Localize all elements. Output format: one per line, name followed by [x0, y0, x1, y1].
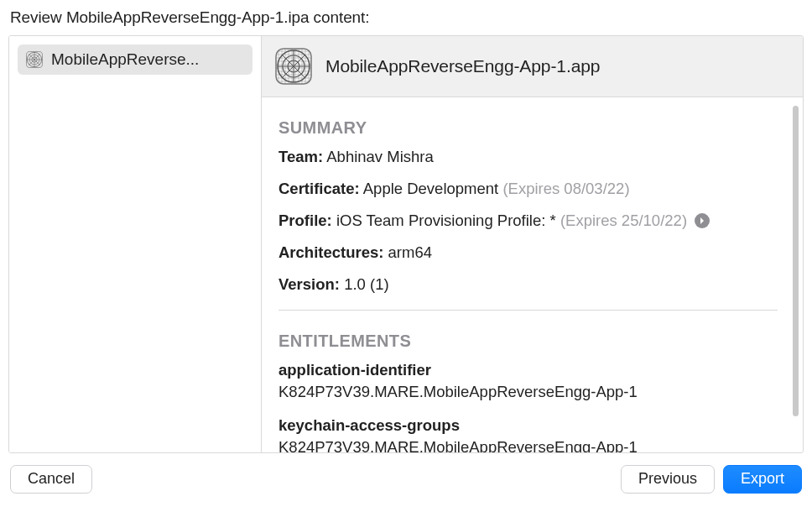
app-blueprint-icon: [275, 48, 312, 85]
footer-button-bar: Cancel Previous Export: [8, 453, 804, 494]
app-blueprint-icon: [26, 51, 43, 68]
summary-version-row: Version: 1.0 (1): [278, 274, 778, 295]
version-label: Version:: [278, 275, 340, 293]
summary-heading: SUMMARY: [278, 116, 778, 139]
profile-label: Profile:: [278, 212, 332, 229]
previous-button[interactable]: Previous: [621, 465, 715, 494]
entitlement-value: K824P73V39.MARE.MobileAppReverseEngg-App…: [278, 381, 778, 403]
entitlement-key: application-identifier: [278, 359, 778, 381]
version-value: 1.0 (1): [344, 275, 388, 293]
architectures-value: arm64: [388, 243, 432, 261]
content-frame: MobileAppReverse... MobileAppReverseEngg…: [8, 35, 804, 453]
entitlements-heading: ENTITLEMENTS: [278, 329, 778, 353]
app-header: MobileAppReverseEngg-App-1.app: [262, 36, 803, 97]
vertical-scrollbar[interactable]: [793, 106, 799, 416]
main-area: MobileAppReverseEngg-App-1.app SUMMARY T…: [261, 36, 803, 452]
summary-profile-row: Profile: iOS Team Provisioning Profile: …: [278, 210, 778, 232]
export-button[interactable]: Export: [723, 465, 802, 494]
app-name-title: MobileAppReverseEngg-App-1.app: [325, 56, 600, 76]
team-value: Abhinav Mishra: [326, 148, 434, 165]
entitlement-item: application-identifier K824P73V39.MARE.M…: [278, 359, 778, 403]
cancel-button[interactable]: Cancel: [10, 465, 92, 494]
sidebar-item-app[interactable]: MobileAppReverse...: [18, 44, 252, 75]
sidebar: MobileAppReverse...: [9, 36, 261, 452]
team-label: Team:: [278, 148, 323, 165]
architectures-label: Architectures:: [278, 243, 383, 261]
profile-value: iOS Team Provisioning Profile: *: [336, 212, 556, 229]
summary-architectures-row: Architectures: arm64: [278, 242, 778, 264]
profile-expiry: (Expires 25/10/22): [560, 212, 687, 229]
details-scroll-area: SUMMARY Team: Abhinav Mishra Certificate…: [262, 97, 803, 452]
entitlement-item: keychain-access-groups K824P73V39.MARE.M…: [278, 415, 778, 452]
sidebar-item-label: MobileAppReverse...: [51, 50, 199, 69]
entitlement-value: K824P73V39.MARE.MobileAppReverseEngg-App…: [278, 436, 778, 452]
certificate-value: Apple Development: [363, 180, 498, 197]
certificate-expiry: (Expires 08/03/22): [502, 180, 629, 197]
summary-certificate-row: Certificate: Apple Development (Expires …: [278, 178, 778, 200]
details-content: SUMMARY Team: Abhinav Mishra Certificate…: [262, 97, 803, 452]
profile-details-arrow-icon[interactable]: [695, 213, 710, 228]
certificate-label: Certificate:: [278, 180, 360, 197]
section-divider: [278, 310, 778, 311]
window-title: Review MobileAppReverseEngg-App-1.ipa co…: [8, 8, 804, 35]
entitlement-key: keychain-access-groups: [278, 415, 778, 436]
summary-team-row: Team: Abhinav Mishra: [278, 146, 778, 168]
